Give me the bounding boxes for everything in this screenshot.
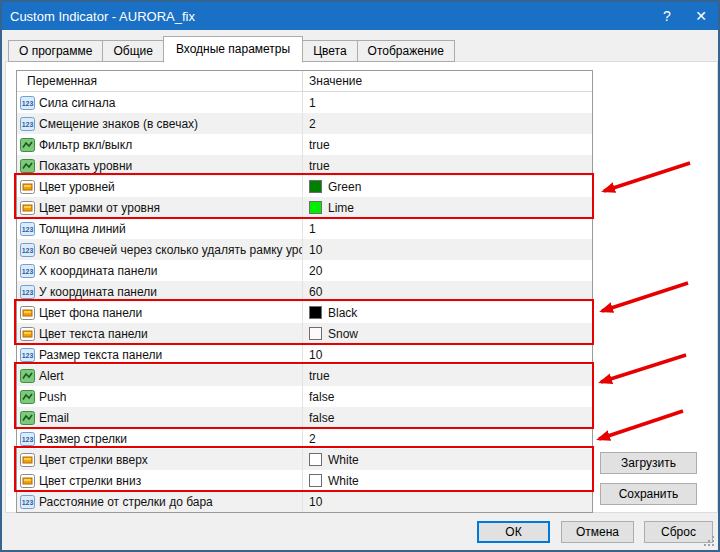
numeric-param-icon: 123	[20, 348, 35, 362]
save-button[interactable]: Сохранить	[600, 483, 697, 505]
param-value-cell[interactable]: 10	[303, 491, 592, 512]
param-value: 1	[309, 222, 316, 236]
param-name-cell: 123Кол во свечей через сколько удалять р…	[17, 239, 303, 260]
param-value-cell[interactable]: true	[303, 155, 592, 176]
tab-bar: О программеОбщиеВходные параметрыЦветаОт…	[8, 34, 454, 62]
param-label: Цвет стрелки вниз	[39, 474, 141, 488]
param-label: Расстояние от стрелки до бара	[39, 495, 213, 509]
param-label: Толщина линий	[39, 222, 126, 236]
parameters-table: Переменная Значение 123Сила сигнала1123С…	[16, 70, 593, 513]
param-value-cell[interactable]: true	[303, 134, 592, 155]
table-row[interactable]: Фильтр вкл/выклtrue	[17, 134, 592, 155]
param-label: Цвет стрелки вверх	[39, 453, 148, 467]
table-row[interactable]: Показать уровниtrue	[17, 155, 592, 176]
svg-text:123: 123	[22, 226, 34, 233]
param-value-cell[interactable]: Green	[303, 176, 592, 197]
table-row[interactable]: 123Размер текста панели10	[17, 344, 592, 365]
param-value: White	[328, 453, 359, 467]
param-label: Размер стрелки	[39, 432, 127, 446]
param-label: Размер текста панели	[39, 348, 162, 362]
param-label: Сила сигнала	[39, 96, 115, 110]
param-value: 10	[309, 243, 322, 257]
param-label: Цвет фона панели	[39, 306, 142, 320]
table-row[interactable]: 123Х координата панели20	[17, 260, 592, 281]
param-value-cell[interactable]: Black	[303, 302, 592, 323]
param-name-cell: Push	[17, 386, 303, 407]
color-param-icon	[20, 180, 35, 194]
param-value-cell[interactable]: 10	[303, 344, 592, 365]
param-value-cell[interactable]: Lime	[303, 197, 592, 218]
bool-param-icon	[20, 138, 35, 152]
param-value-cell[interactable]: 2	[303, 113, 592, 134]
table-row[interactable]: Цвет рамки от уровняLime	[17, 197, 592, 218]
cancel-button[interactable]: Отмена	[561, 521, 634, 543]
color-param-icon	[20, 474, 35, 488]
bool-param-icon	[20, 390, 35, 404]
param-value: 2	[309, 117, 316, 131]
color-param-icon	[20, 327, 35, 341]
param-value-cell[interactable]: false	[303, 386, 592, 407]
param-label: Alert	[39, 369, 64, 383]
numeric-param-icon: 123	[20, 117, 35, 131]
tab-inputs[interactable]: Входные параметры	[163, 36, 303, 63]
param-name-cell: Alert	[17, 365, 303, 386]
tab-colors[interactable]: Цвета	[302, 40, 357, 62]
table-row[interactable]: Цвет фона панелиBlack	[17, 302, 592, 323]
param-label: Кол во свечей через сколько удалять рамк…	[39, 243, 303, 257]
svg-text:123: 123	[22, 289, 34, 296]
param-value: Black	[328, 306, 357, 320]
param-label: Цвет уровней	[39, 180, 115, 194]
table-row[interactable]: 123У координата панели60	[17, 281, 592, 302]
table-row[interactable]: 123Сила сигнала1	[17, 92, 592, 113]
table-row[interactable]: Pushfalse	[17, 386, 592, 407]
param-value-cell[interactable]: true	[303, 365, 592, 386]
param-value: 10	[309, 348, 322, 362]
param-value-cell[interactable]: White	[303, 470, 592, 491]
table-row[interactable]: Цвет стрелки внизWhite	[17, 470, 592, 491]
param-name-cell: Цвет рамки от уровня	[17, 197, 303, 218]
bool-param-icon	[20, 411, 35, 425]
param-name-cell: 123У координата панели	[17, 281, 303, 302]
help-button[interactable]: ?	[650, 2, 684, 30]
table-row[interactable]: 123Толщина линий1	[17, 218, 592, 239]
table-row[interactable]: Emailfalse	[17, 407, 592, 428]
table-row[interactable]: 123Расстояние от стрелки до бара10	[17, 491, 592, 512]
param-name-cell: Email	[17, 407, 303, 428]
param-value: Green	[328, 180, 361, 194]
ok-button[interactable]: ОК	[477, 521, 550, 543]
param-value: true	[309, 138, 330, 152]
tab-display[interactable]: Отображение	[357, 40, 455, 62]
color-swatch	[309, 474, 322, 487]
table-row[interactable]: Alerttrue	[17, 365, 592, 386]
param-value: 60	[309, 285, 322, 299]
tab-about[interactable]: О программе	[8, 40, 103, 62]
table-row[interactable]: Цвет текста панелиSnow	[17, 323, 592, 344]
table-row[interactable]: 123Кол во свечей через сколько удалять р…	[17, 239, 592, 260]
column-header-value: Значение	[303, 71, 592, 91]
table-row[interactable]: Цвет стрелки вверхWhite	[17, 449, 592, 470]
svg-text:123: 123	[22, 352, 34, 359]
param-label: Показать уровни	[39, 159, 132, 173]
param-value-cell[interactable]: Snow	[303, 323, 592, 344]
table-row[interactable]: 123Размер стрелки2	[17, 428, 592, 449]
param-value-cell[interactable]: 1	[303, 92, 592, 113]
load-button[interactable]: Загрузить	[600, 452, 697, 474]
param-value-cell[interactable]: 20	[303, 260, 592, 281]
numeric-param-icon: 123	[20, 243, 35, 257]
param-value: White	[328, 474, 359, 488]
svg-text:123: 123	[22, 247, 34, 254]
param-value-cell[interactable]: 2	[303, 428, 592, 449]
dialog-window: Custom Indicator - AURORA_fix ? ✕ О прог…	[0, 0, 720, 552]
param-value-cell[interactable]: 1	[303, 218, 592, 239]
param-value-cell[interactable]: 10	[303, 239, 592, 260]
tab-common[interactable]: Общие	[102, 40, 163, 62]
svg-text:123: 123	[22, 436, 34, 443]
resize-grip[interactable]	[703, 535, 715, 547]
param-value-cell[interactable]: false	[303, 407, 592, 428]
param-value-cell[interactable]: 60	[303, 281, 592, 302]
numeric-param-icon: 123	[20, 432, 35, 446]
table-row[interactable]: 123Смещение знаков (в свечах)2	[17, 113, 592, 134]
close-button[interactable]: ✕	[684, 2, 718, 30]
param-value-cell[interactable]: White	[303, 449, 592, 470]
table-row[interactable]: Цвет уровнейGreen	[17, 176, 592, 197]
